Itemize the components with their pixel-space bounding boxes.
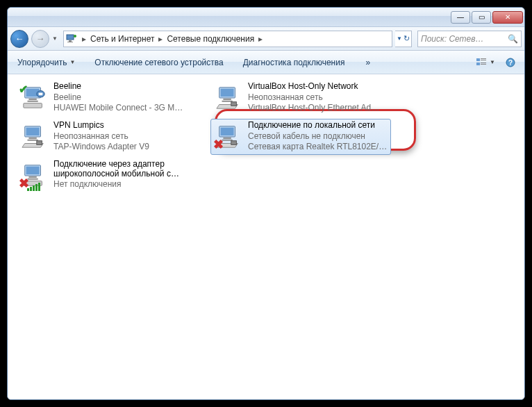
breadcrumb-arrow: ▸ [81,34,88,44]
connection-item-vpn[interactable]: VPN Lumpics Неопознанная сеть TAP-Window… [16,119,197,155]
connection-status: Нет подключения [53,179,195,190]
svg-rect-6 [481,60,486,60]
refresh-icon: ↻ [404,34,410,43]
svg-rect-28 [37,141,42,145]
breadcrumb[interactable]: ▸ Сеть и Интернет ▸ Сетевые подключения … [63,31,392,47]
connection-adapter: Сетевая карта Realtek RTL8102E/… [248,142,390,153]
connection-item-virtualbox[interactable]: VirtualBox Host-Only Network Неопознанна… [210,80,391,116]
svg-rect-26 [28,138,36,139]
svg-rect-36 [28,176,36,178]
dropdown-icon: ▼ [397,35,402,42]
organize-label: Упорядочить [17,58,67,67]
view-options-button[interactable]: ▼ [474,56,498,69]
forward-button[interactable]: → [31,30,49,48]
svg-rect-15 [28,101,38,102]
svg-rect-18 [39,92,43,95]
svg-rect-9 [481,64,486,65]
lan-adapter-icon: ✖ [212,120,245,153]
svg-rect-33 [231,141,237,145]
search-placeholder: Поиск: Сетев… [421,34,484,44]
connection-status: Beeline [53,92,195,103]
toolbar: Упорядочить ▼ Отключение сетевого устрой… [8,51,524,74]
connection-item-beeline[interactable]: ✔ Beeline Beeline HUAWEI Mobile Connect … [16,80,197,116]
lan-adapter-icon [212,81,245,115]
breadcrumb-arrow: ▸ [257,34,264,44]
minimize-button[interactable]: — [451,11,470,24]
connection-adapter: TAP-Windows Adapter V9 [53,142,195,153]
connection-item-local-area[interactable]: ✖ Подключение по локальной сети Сетевой … [210,119,391,155]
svg-rect-23 [231,102,237,106]
refresh-button[interactable]: ▼ ↻ [395,31,412,47]
connection-item-broadband[interactable]: ✖ Подключение через адаптер широкополосн… [16,158,197,194]
titlebar: — ▭ ✕ [8,8,524,27]
wan-modem-icon: ✖ [17,159,51,192]
close-button[interactable]: ✕ [492,11,523,24]
svg-rect-1 [69,40,72,42]
back-button[interactable]: ← [10,30,28,48]
navigation-bar: ← → ▼ ▸ Сеть и Интернет ▸ Сетевые подклю… [8,27,524,51]
content-area: ✔ Beeline Beeline HUAWEI Mobile Connect … [8,74,524,399]
breadcrumb-seg-connections[interactable]: Сетевые подключения [164,34,257,44]
connection-status: Неопознанная сеть [248,92,390,103]
search-icon: 🔍 [508,34,518,44]
svg-rect-31 [223,138,231,139]
svg-rect-4 [476,58,480,61]
explorer-window: — ▭ ✕ ← → ▼ ▸ Сеть и Интернет ▸ Сетевые … [7,7,525,400]
help-button[interactable]: ? [502,56,519,69]
lan-adapter-icon [17,120,51,153]
svg-rect-30 [221,128,234,135]
connection-adapter: HUAWEI Mobile Connect - 3G M… [53,103,195,114]
connection-status: Сетевой кабель не подключен [248,131,390,142]
connection-title: Подключение по локальной сети [248,120,390,131]
svg-rect-21 [223,99,231,100]
status-error-icon: ✖ [213,137,224,152]
svg-rect-8 [481,63,486,63]
connection-status: Неопознанная сеть [53,131,195,142]
search-input[interactable]: Поиск: Сетев… 🔍 [417,31,522,47]
organize-button[interactable]: Упорядочить ▼ [13,55,79,70]
connection-title: VPN Lumpics [53,120,195,131]
svg-rect-16 [24,103,42,108]
maximize-button[interactable]: ▭ [472,11,491,24]
connection-adapter: VirtualBox Host-Only Ethernet Ad… [248,103,390,114]
svg-rect-35 [26,167,40,174]
svg-rect-7 [476,63,480,65]
svg-text:?: ? [508,59,513,67]
svg-rect-2 [67,42,73,42]
svg-rect-5 [481,58,486,59]
svg-point-3 [74,35,76,38]
disable-device-button[interactable]: Отключение сетевого устройства [90,55,227,70]
svg-rect-0 [67,35,74,40]
nav-history-dropdown[interactable]: ▼ [52,35,60,42]
connection-title: Подключение через адаптер широкополосной… [53,159,195,179]
connection-title: VirtualBox Host-Only Network [248,81,390,92]
svg-rect-20 [221,89,234,97]
status-ok-icon: ✔ [19,83,28,96]
breadcrumb-seg-network[interactable]: Сеть и Интернет [88,34,157,44]
chevron-down-icon: ▼ [69,59,75,65]
toolbar-overflow-button[interactable]: » [361,55,374,70]
svg-rect-14 [28,99,36,100]
connection-title: Beeline [53,81,195,92]
chevron-down-icon: ▼ [490,59,495,65]
signal-bars-icon [27,183,40,191]
network-center-icon [65,33,78,45]
diagnose-button[interactable]: Диагностика подключения [239,55,349,70]
breadcrumb-arrow: ▸ [157,34,164,44]
svg-rect-25 [26,128,40,135]
wan-modem-icon: ✔ [17,81,51,115]
